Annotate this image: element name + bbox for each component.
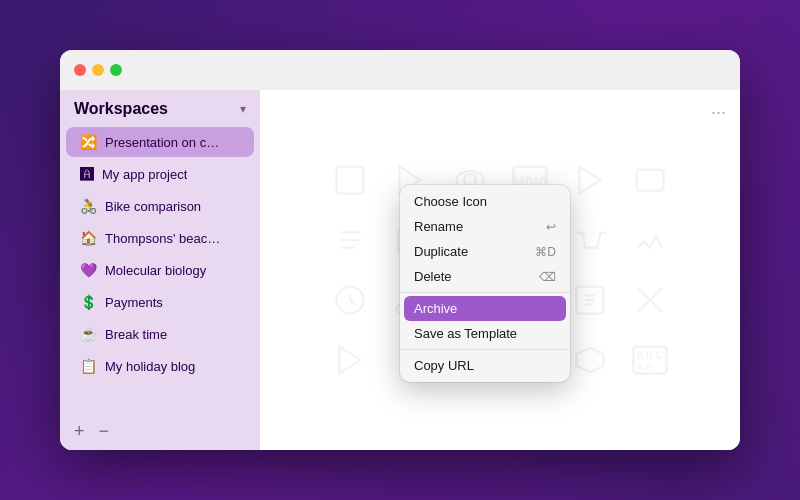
bg-icon-24: A B CA B xyxy=(625,335,675,385)
main-content: ··· www A xyxy=(260,90,740,450)
sidebar-item-icon-my-app: 🅰 xyxy=(80,166,94,182)
sidebar-header: Workspaces ▾ xyxy=(60,90,260,126)
more-options-button[interactable]: ··· xyxy=(711,102,726,123)
menu-item-label-duplicate: Duplicate xyxy=(414,244,468,259)
sidebar-item-icon-presentation: 🔀 xyxy=(80,134,97,150)
menu-item-duplicate[interactable]: Duplicate ⌘D xyxy=(400,239,570,264)
menu-item-label-save-as-template: Save as Template xyxy=(414,326,517,341)
bg-icon-12 xyxy=(625,215,675,265)
bg-icon-7 xyxy=(325,215,375,265)
svg-rect-7 xyxy=(637,170,664,191)
sidebar: Workspaces ▾ 🔀 Presentation on c… 🅰 My a… xyxy=(60,90,260,450)
menu-item-copy-url[interactable]: Copy URL xyxy=(400,353,570,378)
add-workspace-button[interactable]: + xyxy=(74,422,85,440)
menu-item-rename[interactable]: Rename ↩ xyxy=(400,214,570,239)
sidebar-item-icon-holiday: 📋 xyxy=(80,358,97,374)
menu-item-label-archive: Archive xyxy=(414,301,457,316)
minimize-button[interactable] xyxy=(92,64,104,76)
menu-divider-1 xyxy=(400,292,570,293)
menu-shortcut-duplicate: ⌘D xyxy=(535,245,556,259)
svg-rect-0 xyxy=(337,167,364,194)
traffic-lights xyxy=(74,64,122,76)
sidebar-item-label-my-app: My app project xyxy=(102,167,187,182)
sidebar-item-icon-molecular: 💜 xyxy=(80,262,97,278)
sidebar-item-label-holiday: My holiday blog xyxy=(105,359,195,374)
bg-icon-5 xyxy=(565,155,615,205)
menu-item-label-rename: Rename xyxy=(414,219,463,234)
bg-icon-11 xyxy=(565,215,615,265)
svg-text:A B C: A B C xyxy=(637,349,664,361)
menu-item-label-copy-url: Copy URL xyxy=(414,358,474,373)
bg-icon-13 xyxy=(325,275,375,325)
sidebar-item-label-payments: Payments xyxy=(105,295,163,310)
close-button[interactable] xyxy=(74,64,86,76)
sidebar-footer: + − xyxy=(60,412,260,450)
sidebar-item-label-bike: Bike comparison xyxy=(105,199,201,214)
bg-icon-18 xyxy=(625,275,675,325)
context-menu: Choose Icon Rename ↩ Duplicate ⌘D Delete… xyxy=(400,185,570,382)
menu-shortcut-delete: ⌫ xyxy=(539,270,556,284)
svg-marker-6 xyxy=(580,167,601,194)
fullscreen-button[interactable] xyxy=(110,64,122,76)
sidebar-item-my-app[interactable]: 🅰 My app project xyxy=(66,159,254,189)
menu-shortcut-rename: ↩ xyxy=(546,220,556,234)
menu-item-label-choose-icon: Choose Icon xyxy=(414,194,487,209)
titlebar xyxy=(60,50,740,90)
chevron-down-icon[interactable]: ▾ xyxy=(240,102,246,116)
bg-icon-17 xyxy=(565,275,615,325)
sidebar-item-payments[interactable]: 💲 Payments xyxy=(66,287,254,317)
sidebar-item-thompsons[interactable]: 🏠 Thompsons' beac… xyxy=(66,223,254,253)
sidebar-items-list: 🔀 Presentation on c… 🅰 My app project 🚴 … xyxy=(60,126,260,412)
menu-divider-2 xyxy=(400,349,570,350)
svg-text:A B: A B xyxy=(637,361,653,373)
menu-item-choose-icon[interactable]: Choose Icon xyxy=(400,189,570,214)
sidebar-title: Workspaces xyxy=(74,100,168,118)
menu-item-label-delete: Delete xyxy=(414,269,452,284)
sidebar-item-icon-payments: 💲 xyxy=(80,294,97,310)
bg-icon-1 xyxy=(325,155,375,205)
sidebar-item-icon-thompsons: 🏠 xyxy=(80,230,97,246)
bg-icon-6 xyxy=(625,155,675,205)
menu-item-archive[interactable]: Archive xyxy=(404,296,566,321)
sidebar-item-presentation[interactable]: 🔀 Presentation on c… xyxy=(66,127,254,157)
sidebar-item-label-thompsons: Thompsons' beac… xyxy=(105,231,220,246)
app-window: Workspaces ▾ 🔀 Presentation on c… 🅰 My a… xyxy=(60,50,740,450)
sidebar-item-label-molecular: Molecular biology xyxy=(105,263,206,278)
menu-item-save-as-template[interactable]: Save as Template xyxy=(400,321,570,346)
svg-marker-19 xyxy=(340,347,361,374)
sidebar-item-label-break: Break time xyxy=(105,327,167,342)
sidebar-item-molecular[interactable]: 💜 Molecular biology xyxy=(66,255,254,285)
menu-item-delete[interactable]: Delete ⌫ xyxy=(400,264,570,289)
window-body: Workspaces ▾ 🔀 Presentation on c… 🅰 My a… xyxy=(60,90,740,450)
sidebar-item-holiday[interactable]: 📋 My holiday blog xyxy=(66,351,254,381)
bg-icon-23 xyxy=(565,335,615,385)
sidebar-item-bike[interactable]: 🚴 Bike comparison xyxy=(66,191,254,221)
bg-icon-19 xyxy=(325,335,375,385)
sidebar-item-icon-break: ☕ xyxy=(80,326,97,342)
sidebar-item-icon-bike: 🚴 xyxy=(80,198,97,214)
sidebar-item-break[interactable]: ☕ Break time xyxy=(66,319,254,349)
remove-workspace-button[interactable]: − xyxy=(99,422,110,440)
sidebar-item-label-presentation: Presentation on c… xyxy=(105,135,219,150)
